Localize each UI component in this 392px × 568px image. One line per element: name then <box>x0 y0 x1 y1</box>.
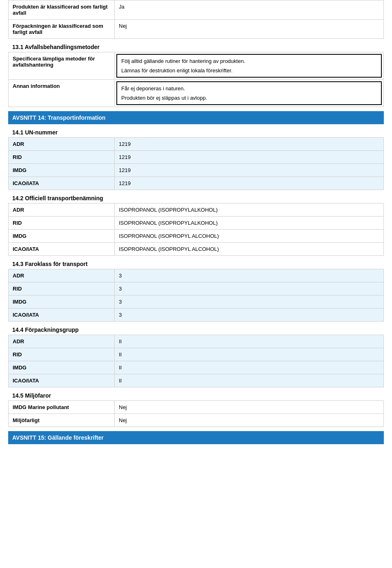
row-label: IMDG <box>9 295 115 308</box>
table-row: ADRISOPROPANOL (ISOPROPYLALKOHOL) <box>9 203 383 217</box>
row-label: RID <box>9 217 115 229</box>
row-label: ADR <box>9 203 115 216</box>
table-row: IMDGII <box>9 361 383 374</box>
row-label: RID <box>9 348 115 361</box>
row-label: ADR <box>9 138 115 150</box>
row-value: ISOPROPANOL (ISOPROPYLALKOHOL) <box>115 203 383 216</box>
table-row: Förpackningen är klassificerad som farli… <box>9 20 383 38</box>
table-row: IMDG1219 <box>9 164 383 177</box>
annan-label: Annan information <box>9 80 115 107</box>
section-14-5-table: IMDG Marine pollutantNejMiljöfarligtNej <box>8 400 384 427</box>
packaging-classified-label: Förpackningen är klassificerad som farli… <box>9 20 115 38</box>
table-row: IMDGISOPROPANOL (ISOPROPYL ALCOHOL) <box>9 230 383 243</box>
table-row: ADR1219 <box>9 138 383 151</box>
row-value: Nej <box>115 414 383 427</box>
product-classified-label: Produkten är klassificerad som farligt a… <box>9 0 115 19</box>
row-value: ISOPROPANOL (ISOPROPYLALKOHOL) <box>115 217 383 229</box>
annan-value: Får ej deponeras i naturen. Produkten bö… <box>116 81 382 105</box>
row-value: 3 <box>115 295 383 308</box>
specificera-value: Följ alltid gällande rutiner för hanteri… <box>116 54 382 78</box>
table-row: IMDG Marine pollutantNej <box>9 401 383 414</box>
table-row: RIDII <box>9 348 383 361</box>
row-label: ADR <box>9 269 115 282</box>
table-row: RID1219 <box>9 151 383 164</box>
row-value: 3 <box>115 269 383 282</box>
row-label: ICAO/IATA <box>9 243 115 255</box>
annan-value-line1: Får ej deponeras i naturen. <box>121 85 377 92</box>
specificera-value-line2: Lämnas för destruktion enligt lokala för… <box>121 67 377 74</box>
row-label: IMDG <box>9 230 115 242</box>
table-row: ICAO/IATA3 <box>9 309 383 321</box>
table-row: ADRII <box>9 335 383 348</box>
row-value: II <box>115 361 383 374</box>
section-14-3-title: 14.3 Faroklass för transport <box>8 257 384 269</box>
section-14-header: AVSNITT 14: Transportinformation <box>8 111 384 124</box>
table-row: MiljöfarligtNej <box>9 414 383 427</box>
table-row: ICAO/IATAII <box>9 374 383 387</box>
annan-row: Annan information Får ej deponeras i nat… <box>8 79 384 107</box>
section-14-1-table: ADR1219RID1219IMDG1219ICAO/IATA1219 <box>8 137 384 190</box>
table-row: ICAO/IATAISOPROPANOL (ISOPROPYL ALCOHOL) <box>9 243 383 255</box>
table-row: IMDG3 <box>9 295 383 309</box>
row-value: 1219 <box>115 164 383 177</box>
row-label: IMDG <box>9 164 115 177</box>
row-value: II <box>115 335 383 348</box>
section-14-2-table: ADRISOPROPANOL (ISOPROPYLALKOHOL)RIDISOP… <box>8 203 384 256</box>
row-label: ICAO/IATA <box>9 177 115 190</box>
row-label: RID <box>9 282 115 295</box>
row-value: 3 <box>115 309 383 321</box>
row-label: Miljöfarligt <box>9 414 115 427</box>
specificera-label: Specificera lämpliga metoder för avfalls… <box>9 52 115 79</box>
row-value: Nej <box>115 401 383 414</box>
section-15-header: AVSNITT 15: Gällande föreskrifter <box>8 431 384 444</box>
section-14-4-table: ADRIIRIDIIIMDGIIICAO/IATAII <box>8 335 384 387</box>
row-value: ISOPROPANOL (ISOPROPYL ALCOHOL) <box>115 243 383 255</box>
section-14-5-title: 14.5 Miljöfaror <box>8 389 384 400</box>
table-row: ADR3 <box>9 269 383 282</box>
row-value: 1219 <box>115 151 383 163</box>
table-row: RID3 <box>9 282 383 295</box>
row-value: 1219 <box>115 138 383 150</box>
row-label: RID <box>9 151 115 163</box>
annan-value-line2: Produkten bör ej släppas ut i avlopp. <box>121 95 377 101</box>
row-value: ISOPROPANOL (ISOPROPYL ALCOHOL) <box>115 230 383 242</box>
page: Produkten är klassificerad som farligt a… <box>0 0 392 444</box>
specificera-value-line1: Följ alltid gällande rutiner för hanteri… <box>121 58 377 64</box>
top-classification-table: Produkten är klassificerad som farligt a… <box>8 0 384 39</box>
section-14-1-title: 14.1 UN-nummer <box>8 126 384 137</box>
product-classified-value: Ja <box>115 0 383 19</box>
row-value: II <box>115 348 383 361</box>
row-label: ICAO/IATA <box>9 309 115 321</box>
table-row: ICAO/IATA1219 <box>9 177 383 190</box>
section-14-3-table: ADR3RID3IMDG3ICAO/IATA3 <box>8 269 384 322</box>
packaging-classified-value: Nej <box>115 20 383 38</box>
specificera-row: Specificera lämpliga metoder för avfalls… <box>8 52 384 79</box>
row-label: IMDG <box>9 361 115 374</box>
table-row: RIDISOPROPANOL (ISOPROPYLALKOHOL) <box>9 217 383 230</box>
section-13-1-title: 13.1 Avfallsbehandlingsmetoder <box>8 40 384 52</box>
section-14-2-title: 14.2 Officiell transportbenämning <box>8 192 384 203</box>
row-label: ADR <box>9 335 115 348</box>
row-value: II <box>115 374 383 387</box>
row-label: ICAO/IATA <box>9 374 115 387</box>
row-value: 1219 <box>115 177 383 190</box>
table-row: Produkten är klassificerad som farligt a… <box>9 0 383 20</box>
row-value: 3 <box>115 282 383 295</box>
row-label: IMDG Marine pollutant <box>9 401 115 414</box>
section-14-4-title: 14.4 Förpackningsgrupp <box>8 323 384 335</box>
